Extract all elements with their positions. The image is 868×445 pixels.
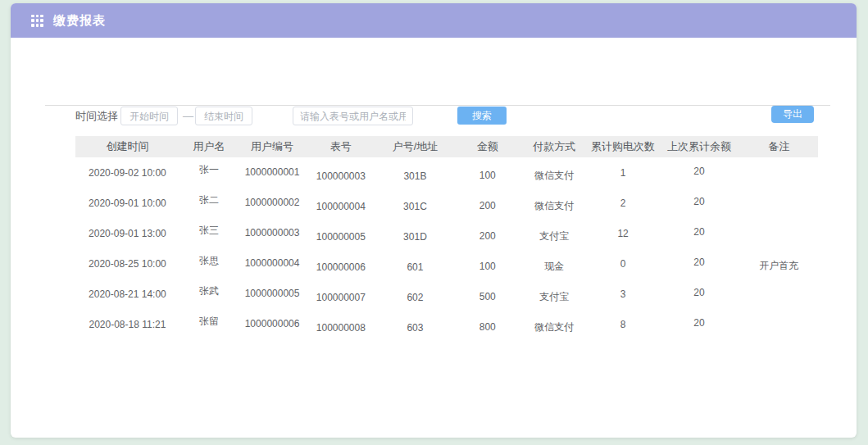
table-cell: 3 (588, 288, 658, 300)
table-cell: 100 (454, 261, 521, 272)
table-cell: 1000000001 (239, 166, 306, 178)
column-header-4: 表号 (306, 139, 376, 154)
table-cell: 1000000004 (239, 257, 306, 269)
table-row: 2020-08-25 10:00张思1000000004100000006601… (75, 248, 818, 279)
table-cell: 100000006 (306, 261, 376, 273)
filter-bar: 时间选择 — 搜索 导出 (11, 38, 857, 87)
table-cell: 20 (658, 257, 740, 268)
column-header-6: 金额 (454, 139, 521, 154)
table-row: 2020-08-18 11:21张留1000000006100000008603… (75, 309, 818, 339)
column-header-5: 户号/地址 (376, 139, 454, 154)
table-cell: 12 (588, 228, 658, 239)
column-header-7: 付款方式 (521, 139, 589, 154)
table-cell: 20 (658, 226, 740, 238)
table-cell: 100000007 (306, 292, 376, 303)
table-cell: 2020-08-25 10:00 (75, 258, 180, 270)
table-cell: 603 (376, 322, 454, 334)
table-cell: 支付宝 (521, 229, 589, 243)
report-card: 缴费报表 时间选择 — 搜索 导出 创建时间用户名用户编号表号户号/地址金额付款… (11, 3, 857, 438)
column-header-8: 累计购电次数 (588, 139, 658, 154)
table-cell: 0 (588, 258, 658, 270)
table-cell: 500 (454, 291, 521, 302)
table-cell: 602 (376, 292, 454, 303)
table-cell: 1000000002 (239, 197, 306, 208)
table-cell: 100000004 (306, 201, 376, 212)
column-header-3: 用户编号 (239, 139, 306, 154)
table-cell: 开户首充 (740, 259, 818, 273)
table-cell: 100000005 (306, 231, 376, 243)
export-button[interactable]: 导出 (771, 106, 814, 123)
table-cell: 301B (376, 170, 454, 182)
search-input[interactable] (293, 107, 413, 125)
table-cell: 2020-08-18 11:21 (75, 319, 180, 330)
table-cell: 301C (376, 201, 454, 212)
table-cell: 张思 (180, 254, 239, 268)
filter-divider (45, 105, 830, 106)
table-cell: 200 (454, 200, 521, 211)
table-cell: 2 (588, 198, 658, 209)
table-row: 2020-09-01 13:00张三1000000003100000005301… (75, 218, 818, 248)
table-cell: 100000003 (306, 170, 376, 182)
grid-menu-icon (31, 15, 43, 27)
table-cell: 2020-09-01 10:00 (75, 198, 180, 209)
column-header-1: 创建时间 (75, 139, 180, 154)
date-range-separator: — (183, 108, 193, 125)
table-cell: 张三 (180, 224, 239, 238)
search-button[interactable]: 搜索 (457, 107, 507, 125)
table-row: 2020-09-02 10:00张一1000000001100000003301… (75, 157, 818, 188)
column-header-2: 用户名 (180, 139, 239, 154)
table-cell: 800 (454, 321, 521, 333)
table-cell: 张二 (180, 193, 239, 207)
table-cell: 张一 (180, 163, 239, 177)
table-cell: 1000000006 (239, 318, 306, 329)
table-cell: 微信支付 (521, 199, 589, 213)
table-cell: 2020-09-02 10:00 (75, 167, 180, 179)
table-cell: 现金 (521, 260, 589, 274)
table-cell: 微信支付 (521, 169, 589, 183)
table-row: 2020-08-21 14:00张武1000000005100000007602… (75, 279, 818, 309)
table-cell: 1000000003 (239, 227, 306, 238)
table-cell: 20 (658, 287, 740, 298)
table-cell: 100 (454, 170, 521, 181)
table-header-row: 创建时间用户名用户编号表号户号/地址金额付款方式累计购电次数上次累计余额备注 (75, 136, 818, 157)
table-cell: 2020-08-21 14:00 (75, 288, 180, 300)
table-cell: 张留 (180, 315, 239, 329)
table-cell: 200 (454, 230, 521, 242)
table-cell: 100000008 (306, 322, 376, 334)
start-time-input[interactable] (120, 107, 178, 125)
table-cell: 微信支付 (521, 320, 589, 334)
page-title: 缴费报表 (53, 13, 106, 29)
table-cell: 20 (658, 196, 740, 207)
table-cell: 301D (376, 231, 454, 243)
table-cell: 601 (376, 261, 454, 273)
column-header-10: 备注 (740, 139, 818, 154)
column-header-9: 上次累计余额 (658, 139, 740, 154)
table-cell: 张武 (180, 284, 239, 298)
table-cell: 1000000005 (239, 288, 306, 299)
time-select-label: 时间选择 (75, 108, 118, 125)
table-cell: 20 (658, 166, 740, 177)
table-body: 2020-09-02 10:00张一1000000001100000003301… (75, 157, 818, 339)
table-cell: 20 (658, 317, 740, 329)
end-time-input[interactable] (195, 107, 252, 125)
table-cell: 8 (588, 319, 658, 330)
payment-report-table: 创建时间用户名用户编号表号户号/地址金额付款方式累计购电次数上次累计余额备注 2… (75, 136, 818, 339)
table-cell: 支付宝 (521, 290, 589, 304)
app-header: 缴费报表 (11, 3, 857, 38)
table-row: 2020-09-01 10:00张二1000000002100000004301… (75, 188, 818, 218)
table-cell: 1 (588, 167, 658, 179)
table-cell: 2020-09-01 13:00 (75, 228, 180, 239)
